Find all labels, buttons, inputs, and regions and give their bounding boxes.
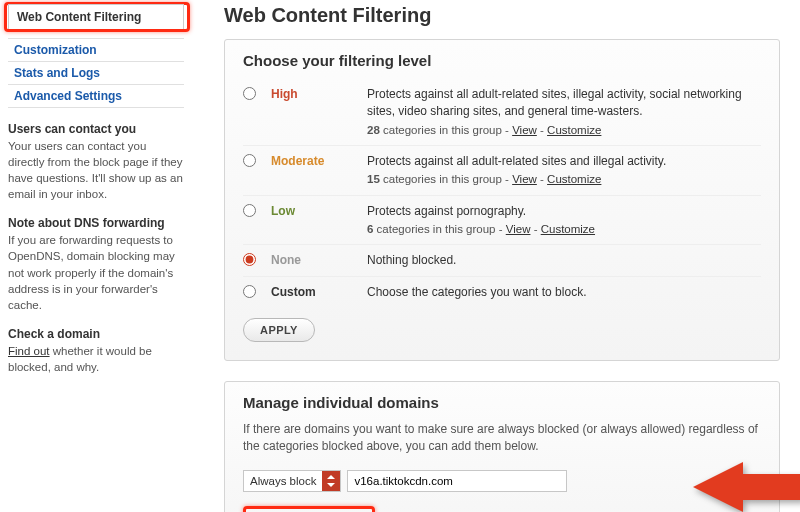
nav-link-advanced-settings[interactable]: Advanced Settings — [8, 85, 184, 108]
domain-action-value: Always block — [250, 475, 316, 487]
nav-link-customization[interactable]: Customization — [8, 38, 184, 62]
nav-tab-web-content-filtering[interactable]: Web Content Filtering — [8, 4, 184, 29]
level-desc-none: Nothing blocked. — [367, 252, 761, 269]
level-radio-moderate[interactable] — [243, 154, 256, 167]
filtering-panel: Choose your filtering level HighProtects… — [224, 39, 780, 361]
side-heading-dns: Note about DNS forwarding — [8, 216, 184, 230]
side-text-dns: If you are forwarding requests to OpenDN… — [8, 232, 184, 312]
level-row-moderate: ModerateProtects against all adult-relat… — [243, 146, 761, 196]
level-meta-high: 28 categories in this group - View - Cus… — [367, 122, 761, 138]
level-row-low: LowProtects against pornography.6 catego… — [243, 196, 761, 246]
level-meta-moderate: 15 categories in this group - View - Cus… — [367, 171, 761, 187]
side-text-check: Find out whether it would be blocked, an… — [8, 343, 184, 375]
level-view-link-moderate[interactable]: View — [512, 173, 537, 185]
level-meta-low: 6 categories in this group - View - Cust… — [367, 221, 761, 237]
level-customize-link-moderate[interactable]: Customize — [547, 173, 601, 185]
side-text-contact: Your users can contact you directly from… — [8, 138, 184, 202]
level-radio-high[interactable] — [243, 87, 256, 100]
side-heading-contact: Users can contact you — [8, 122, 184, 136]
highlight-add-annotation: ADD DOMAIN — [243, 506, 375, 512]
domain-action-select[interactable]: Always block — [243, 470, 341, 492]
level-desc-custom: Choose the categories you want to block. — [367, 284, 761, 301]
level-row-none: NoneNothing blocked. — [243, 245, 761, 277]
arrow-annotation — [693, 462, 800, 512]
select-dropdown-icon[interactable] — [322, 471, 340, 491]
nav-link-stats-and-logs[interactable]: Stats and Logs — [8, 62, 184, 85]
level-customize-link-high[interactable]: Customize — [547, 124, 601, 136]
level-desc-high: Protects against all adult-related sites… — [367, 86, 761, 138]
level-radio-custom[interactable] — [243, 285, 256, 298]
side-heading-check: Check a domain — [8, 327, 184, 341]
level-row-high: HighProtects against all adult-related s… — [243, 79, 761, 146]
page-title: Web Content Filtering — [224, 4, 780, 27]
domains-note: If there are domains you want to make su… — [243, 421, 761, 456]
level-view-link-high[interactable]: View — [512, 124, 537, 136]
domains-heading: Manage individual domains — [243, 394, 761, 411]
level-radio-low[interactable] — [243, 204, 256, 217]
level-row-custom: CustomChoose the categories you want to … — [243, 277, 761, 308]
level-name-high: High — [271, 86, 367, 101]
level-name-low: Low — [271, 203, 367, 218]
level-radio-none[interactable] — [243, 253, 256, 266]
level-view-link-low[interactable]: View — [506, 223, 531, 235]
domain-input[interactable] — [347, 470, 567, 492]
level-name-custom: Custom — [271, 284, 367, 299]
find-out-link[interactable]: Find out — [8, 345, 50, 357]
level-name-moderate: Moderate — [271, 153, 367, 168]
level-customize-link-low[interactable]: Customize — [541, 223, 595, 235]
domains-panel: Manage individual domains If there are d… — [224, 381, 780, 512]
level-desc-moderate: Protects against all adult-related sites… — [367, 153, 761, 188]
apply-button[interactable]: APPLY — [243, 318, 315, 342]
level-desc-low: Protects against pornography.6 categorie… — [367, 203, 761, 238]
level-name-none: None — [271, 252, 367, 267]
filtering-heading: Choose your filtering level — [243, 52, 761, 69]
